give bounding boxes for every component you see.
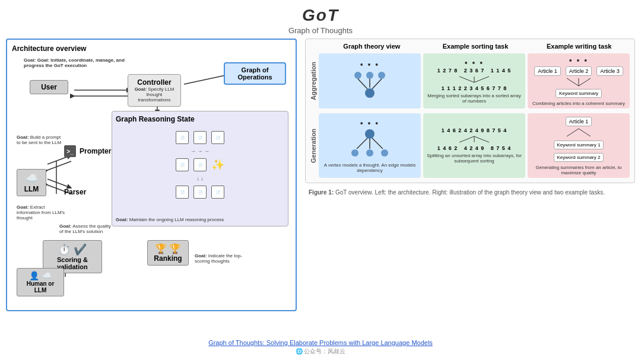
- svg-point-13: [366, 72, 373, 79]
- footer-link[interactable]: Graph of Thoughts: Solving Elaborate Pro…: [0, 339, 641, 346]
- user-box: User: [30, 80, 68, 94]
- llm-box: ☁️ LLM: [17, 169, 46, 196]
- grs-node-row-2: 📄 📄 ✨: [176, 158, 224, 171]
- grs-goal: Goal: Maintain the ongoing LLM reasoning…: [116, 217, 224, 222]
- grs-box: Graph Reasoning State 📄 📄 📄 → → → 📄 📄 ✨ …: [112, 111, 288, 226]
- grs-node-row-3: 📄 📄 📄: [176, 186, 224, 199]
- grs-node-row-1: 📄 📄 📄: [176, 131, 224, 144]
- svg-line-34: [474, 136, 489, 142]
- svg-point-27: [366, 149, 373, 157]
- generation-label: Generation: [309, 112, 318, 179]
- footer-watermark: 🌐 公众号：风叔云: [0, 347, 641, 356]
- col-headers: Graph theory view Example sorting task E…: [320, 43, 631, 50]
- grs-node-2: 📄: [193, 131, 207, 144]
- ranking-label: Ranking: [154, 254, 182, 263]
- col-header-2: Example sorting task: [424, 43, 528, 50]
- controller-box: Controller Goal: Specify LLM thought tra…: [128, 74, 181, 107]
- agg-sort-cell: • • • 1 2 7 8 2 3 6 7 1 1 4 5 1 1 1 2 2 …: [423, 53, 525, 108]
- gen-dots: • • •: [360, 119, 379, 128]
- parser-label: Parser: [64, 188, 86, 196]
- goo-label: Graph of Operations: [237, 66, 272, 81]
- graph-panel: Graph theory view Example sorting task E…: [305, 39, 635, 183]
- agg-tree-svg: [346, 69, 394, 102]
- footer: Graph of Thoughts: Solving Elaborate Pro…: [0, 339, 641, 356]
- agg-articles: Article 1 Article 2 Article 3: [533, 65, 624, 77]
- grs-content: 📄 📄 📄 → → → 📄 📄 ✨ ↓ ↓ 📄 📄 📄: [116, 129, 284, 200]
- agg-write-cell: • • • Article 1 Article 2 Article 3 Keyw…: [528, 53, 630, 108]
- grs-node-4: 📄: [176, 158, 189, 171]
- svg-line-29: [357, 138, 367, 149]
- gen-graph-desc: A vertex models a thought. An edge model…: [321, 162, 418, 173]
- prompter-box: >_ Prompter: [64, 145, 111, 157]
- svg-line-19: [459, 76, 474, 82]
- agg-graph-cell: • • •: [319, 53, 421, 108]
- svg-line-16: [358, 79, 367, 89]
- grs-node-5: 📄: [193, 158, 207, 171]
- agg-write-arrows-svg: [561, 77, 596, 88]
- svg-line-18: [372, 79, 382, 89]
- controller-label: Controller: [134, 78, 174, 87]
- llm-label: LLM: [24, 185, 39, 193]
- svg-line-21: [474, 76, 489, 82]
- gen-write-desc: Generating summaries from an article, to…: [530, 165, 627, 175]
- indicate-goal: Goal: Indicate the top-scoring thoughts: [195, 253, 254, 264]
- aggregation-row: Aggregation • • • • •: [309, 52, 631, 110]
- arch-diagram: Goal: Goal: Initiate, coordinate, manage…: [12, 58, 291, 295]
- svg-line-7: [47, 161, 71, 170]
- human-llm-box: 👤 ☁️ Human or LLM: [17, 268, 64, 296]
- agg-dots: • • •: [360, 60, 379, 69]
- svg-line-31: [372, 138, 383, 149]
- human-llm-label: Human or LLM: [21, 280, 60, 293]
- article-2: Article 2: [566, 66, 592, 76]
- svg-point-15: [365, 88, 375, 98]
- generation-row: Generation • • • A vertex models a thoug…: [309, 112, 631, 179]
- logo: GoT: [0, 6, 641, 25]
- footer-link-anchor[interactable]: Graph of Thoughts: Solving Elaborate Pro…: [208, 339, 433, 346]
- grs-node-6: 📄: [176, 186, 189, 199]
- svg-point-12: [354, 72, 361, 79]
- gen-sort-desc: Splitting an unsorted array into subarra…: [426, 153, 523, 164]
- arch-title: Architecture overview: [12, 44, 291, 53]
- gen-graph-cell: • • • A vertex models a thought. An edge…: [319, 113, 421, 178]
- agg-arrows-svg: [448, 74, 501, 85]
- ranking-box: 🏆 🏆 Ranking: [147, 240, 189, 266]
- grs-node-7: 📄: [193, 186, 207, 199]
- agg-write-dots: • • •: [569, 56, 588, 65]
- svg-point-26: [351, 149, 358, 157]
- subtitle: Graph of Thoughts: [0, 26, 641, 35]
- agg-top-nums: 1 2 7 8 2 3 6 7 1 1 4 5: [437, 68, 512, 74]
- controller-goal-above: Goal: Goal: Initiate, coordinate, manage…: [24, 58, 125, 68]
- agg-sort-dots: • • •: [465, 58, 484, 68]
- agg-write-desc: Combining articles into a coherent summa…: [532, 101, 625, 106]
- right-panel: Graph theory view Example sorting task E…: [305, 39, 635, 311]
- main-content: Architecture overview: [0, 39, 641, 311]
- keyword-summary-2: Keyword summary 2: [554, 153, 604, 162]
- svg-point-14: [378, 72, 385, 79]
- gen-top-nums: 1 4 6 2 4 2 4 9 8 7 5 4: [442, 127, 507, 133]
- graph-caption: Figure 1: GoT overview. Left: the archit…: [305, 187, 635, 198]
- svg-line-3: [184, 75, 226, 84]
- svg-line-22: [567, 78, 579, 86]
- gen-article-1: Article 1: [566, 117, 592, 126]
- svg-point-25: [365, 129, 375, 139]
- grs-title: Graph Reasoning State: [116, 115, 284, 123]
- svg-line-24: [579, 78, 591, 86]
- svg-line-36: [579, 129, 591, 136]
- prompter-label: Prompter: [80, 147, 111, 155]
- aggregation-label: Aggregation: [309, 52, 318, 110]
- gen-arrows-svg: [448, 133, 501, 145]
- svg-line-8: [47, 179, 71, 188]
- user-label: User: [41, 83, 57, 91]
- gen-bottom-nums: 1 4 6 2 4 2 4 9 8 7 5 4: [437, 145, 512, 151]
- grs-node-1: 📄: [176, 131, 189, 144]
- svg-point-28: [381, 149, 388, 157]
- gen-sort-cell: 1 4 6 2 4 2 4 9 8 7 5 4 1 4 6 2 4 2 4 9 …: [423, 113, 525, 178]
- col-header-3: Example writing task: [527, 43, 631, 50]
- gen-tree-svg: [346, 128, 394, 161]
- col-header-1: Graph theory view: [320, 43, 424, 50]
- agg-sort-desc: Merging sorted subarrays into a sorted a…: [426, 93, 523, 104]
- svg-line-32: [459, 136, 474, 142]
- grs-node-3: 📄: [211, 131, 224, 144]
- gen-write-cell: Article 1 Keyword summary 1 Keyword summ…: [528, 113, 630, 178]
- prompt-icon: >_: [64, 145, 76, 157]
